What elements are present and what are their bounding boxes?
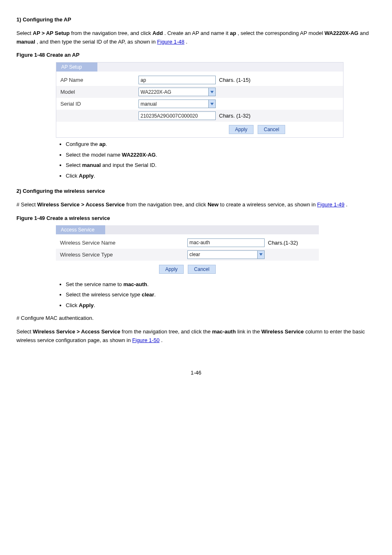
service-name-hint: Chars.(1-32) [268,240,298,246]
serial-mode-select[interactable]: manual [138,99,216,108]
row-model: Model WA2220X-AG [56,86,343,98]
t: from the navigation tree, and click [71,30,152,36]
row-service-type: Wireless Service Type clear [56,249,319,261]
t: , and then type the serial ID of the AP,… [37,39,157,45]
bullets-step1: Configure the ap. Select the model name … [66,140,376,180]
step2-heading: 2) Configuring the wireless service [16,187,376,196]
service-name-label: Wireless Service Name [60,240,187,246]
t: Select [16,30,33,36]
t: , select the corresponding AP model [238,30,325,36]
apply-button[interactable]: Apply [229,125,254,134]
service-type-label: Wireless Service Type [60,252,187,258]
ap-name-input[interactable] [138,76,216,84]
list-item: Click Apply. [66,301,376,310]
serial-label: Serial ID [60,101,138,107]
model-name: WA2220X-AG [325,30,358,36]
page-number: 1-46 [16,370,376,376]
bullets-step2: Set the service name to mac-auth. Select… [66,280,376,310]
figure-link-49[interactable]: Figure 1-49 [317,201,344,208]
list-item: Select the wireless service type clear. [66,291,376,299]
serial-mode: manual [16,39,35,45]
step1-heading: 1) Configuring the AP [16,16,376,24]
service-name-input[interactable] [187,238,265,247]
row-serial-id: Chars. (1-32) [56,110,343,122]
row-ap-name: AP Name Chars. (1-15) [56,74,343,86]
fig49-caption: Figure 1-49 Create a wireless service [16,215,376,221]
cancel-button[interactable]: Cancel [188,265,215,274]
list-item: Select the model name WA2220X-AG. [66,151,376,159]
ap-name-hint: Chars. (1-15) [219,77,251,83]
cancel-button[interactable]: Cancel [258,125,285,134]
access-service-panel-title: Access Service [56,225,105,234]
ap-setup-panel-title: AP Setup [56,62,97,72]
list-item: Select manual and input the Serial ID. [66,161,376,169]
figure-link-48[interactable]: Figure 1-48 [157,39,184,45]
serial-hint: Chars. (1-32) [219,113,251,119]
service-type-select[interactable]: clear [187,250,265,259]
ap-setup-panel: AP Setup AP Name Chars. (1-15) Model WA2… [56,62,344,138]
list-item: Set the service name to mac-auth. [66,280,376,289]
t: . [186,39,187,45]
list-item: Click Apply. [66,172,376,180]
row-serial-mode: Serial ID manual [56,98,343,110]
ap-name: ap [230,30,236,36]
t: and [360,30,369,36]
step2-text: # Select Wireless Service > Access Servi… [16,201,376,209]
fig48-caption: Figure 1-48 Create an AP [16,52,376,58]
menu-path: AP > AP Setup [33,30,70,36]
ap-name-label: AP Name [60,77,138,83]
figure-link-50[interactable]: Figure 1-50 [132,337,159,343]
model-label: Model [60,89,138,95]
row-service-name: Wireless Service Name Chars.(1-32) [56,237,319,249]
access-service-buttons: Apply Cancel [56,261,319,278]
ap-setup-buttons: Apply Cancel [56,122,343,137]
serial-id-input[interactable] [138,111,216,120]
model-select[interactable]: WA2220X-AG [138,88,216,96]
t: . Create an AP and name it [164,30,230,36]
btn-name: Add [152,30,163,36]
access-service-panel: Access Service Wireless Service Name Cha… [56,225,319,278]
apply-button[interactable]: Apply [159,265,184,274]
step3-text: Select Wireless Service > Access Service… [16,328,376,345]
list-item: Configure the ap. [66,140,376,148]
step3-line1: # Configure MAC authentication. [16,314,376,323]
step1-text: Select AP > AP Setup from the navigation… [16,29,376,46]
